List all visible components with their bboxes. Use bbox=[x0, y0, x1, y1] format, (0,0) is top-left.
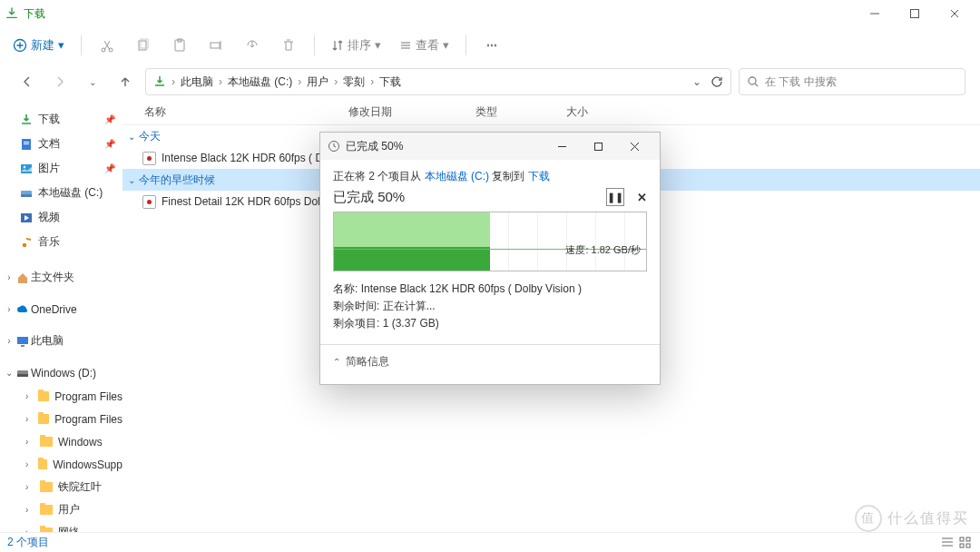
svg-point-18 bbox=[23, 242, 27, 247]
breadcrumb-seg[interactable]: 本地磁盘 (C:) bbox=[228, 74, 292, 90]
sidebar-item-label: 铁院红叶 bbox=[58, 479, 102, 495]
sidebar-item-drive-d[interactable]: ⌄Windows (D:) bbox=[0, 360, 122, 385]
rename-button[interactable] bbox=[200, 31, 232, 60]
breadcrumb-seg[interactable]: 此电脑 bbox=[181, 74, 213, 90]
icons-view-button[interactable] bbox=[958, 536, 973, 550]
dialog-close-button[interactable] bbox=[616, 133, 652, 160]
svg-rect-23 bbox=[960, 537, 964, 541]
sort-button[interactable]: 排序 ▾ bbox=[324, 34, 388, 57]
dialog-info: 名称: Intense Black 12K HDR 60fps ( Dolby … bbox=[333, 281, 647, 333]
file-name: Finest Detail 12K HDR 60fps Dolby Vi bbox=[162, 195, 344, 208]
download-icon bbox=[5, 7, 18, 20]
column-headers[interactable]: 名称 修改日期 类型 大小 bbox=[122, 100, 980, 125]
sidebar-item-pictures[interactable]: 图片📌 bbox=[0, 156, 122, 181]
pin-icon: 📌 bbox=[104, 114, 115, 124]
toggle-details-button[interactable]: ⌃ 简略信息 bbox=[333, 345, 647, 370]
svg-rect-20 bbox=[21, 345, 24, 347]
close-button[interactable] bbox=[935, 0, 975, 27]
copy-button[interactable] bbox=[127, 31, 160, 60]
breadcrumb-seg[interactable]: 零刻 bbox=[343, 74, 365, 90]
new-button[interactable]: 新建 ▾ bbox=[5, 34, 72, 57]
share-button[interactable] bbox=[236, 31, 269, 60]
toolbar: 新建 ▾ 排序 ▾ 查看 ▾ ⋯ bbox=[0, 27, 980, 64]
speed-graph: 速度: 1.82 GB/秒 bbox=[333, 212, 647, 271]
speed-label: 速度: 1.82 GB/秒 bbox=[565, 243, 641, 257]
search-box[interactable]: 在 下载 中搜索 bbox=[739, 68, 965, 95]
sidebar-item-home[interactable]: ›主文件夹 bbox=[0, 265, 122, 290]
sidebar-item-drive-c[interactable]: 本地磁盘 (C:) bbox=[0, 181, 122, 205]
address-bar[interactable]: › 此电脑 › 本地磁盘 (C:) › 用户 › 零刻 › 下载 ⌄ bbox=[145, 68, 731, 95]
col-name[interactable]: 名称 bbox=[144, 104, 348, 120]
sidebar-subfolder[interactable]: ›Program Files bbox=[0, 385, 122, 408]
sidebar-item-label: OneDrive bbox=[31, 303, 77, 316]
dialog-maximize-button[interactable] bbox=[580, 133, 616, 160]
dialog-body: 正在将 2 个项目从 本地磁盘 (C:) 复制到 下载 已完成 50% ❚❚ ✕… bbox=[320, 160, 660, 384]
address-row: ⌄ › 此电脑 › 本地磁盘 (C:) › 用户 › 零刻 › 下载 ⌄ 在 下… bbox=[0, 64, 980, 100]
separator bbox=[466, 35, 466, 55]
dst-link[interactable]: 下载 bbox=[528, 170, 550, 182]
maximize-button[interactable] bbox=[895, 0, 935, 27]
svg-rect-28 bbox=[594, 143, 602, 150]
col-type[interactable]: 类型 bbox=[475, 104, 566, 120]
sidebar-subfolder[interactable]: ›用户 bbox=[0, 498, 122, 521]
svg-rect-22 bbox=[17, 374, 28, 377]
separator bbox=[314, 35, 315, 55]
sidebar-item-onedrive[interactable]: ›OneDrive bbox=[0, 297, 122, 321]
pause-button[interactable]: ❚❚ bbox=[606, 188, 624, 206]
search-placeholder: 在 下载 中搜索 bbox=[765, 74, 837, 90]
breadcrumb-seg[interactable]: 用户 bbox=[307, 74, 328, 90]
back-button[interactable] bbox=[15, 69, 40, 94]
svg-point-9 bbox=[749, 77, 756, 84]
more-button[interactable]: ⋯ bbox=[475, 31, 508, 60]
minimize-button[interactable] bbox=[855, 0, 895, 27]
svg-rect-19 bbox=[17, 337, 28, 344]
sidebar-subfolder[interactable]: ›Program Files bbox=[0, 408, 122, 430]
svg-rect-11 bbox=[24, 142, 29, 143]
col-date[interactable]: 修改日期 bbox=[348, 104, 475, 120]
svg-rect-26 bbox=[966, 544, 970, 547]
sidebar-item-label: Program Files bbox=[54, 413, 122, 426]
dialog-minimize-button[interactable] bbox=[544, 133, 580, 160]
sidebar-item-videos[interactable]: 视频 bbox=[0, 205, 122, 230]
details-view-button[interactable] bbox=[940, 536, 955, 550]
sidebar-item-label: 网络 bbox=[58, 525, 80, 532]
file-icon bbox=[142, 152, 156, 165]
svg-rect-16 bbox=[21, 194, 32, 197]
sidebar-subfolder[interactable]: ›铁院红叶 bbox=[0, 476, 122, 498]
up-button[interactable] bbox=[113, 69, 138, 94]
view-button[interactable]: 查看 ▾ bbox=[392, 34, 456, 57]
sidebar-item-thispc[interactable]: ›此电脑 bbox=[0, 329, 122, 353]
new-label: 新建 bbox=[31, 37, 54, 54]
breadcrumb-sep: › bbox=[370, 75, 374, 88]
dialog-title: 已完成 50% bbox=[346, 139, 403, 154]
src-link[interactable]: 本地磁盘 (C:) bbox=[425, 170, 489, 182]
chevron-down-icon: ▾ bbox=[375, 38, 381, 52]
sidebar-subfolder[interactable]: ›WindowsSupp bbox=[0, 453, 122, 476]
paste-button[interactable] bbox=[163, 31, 196, 60]
svg-rect-24 bbox=[966, 537, 970, 541]
folder-icon bbox=[40, 505, 53, 515]
sidebar-subfolder[interactable]: ›网络 bbox=[0, 521, 122, 532]
sidebar-item-label: 主文件夹 bbox=[31, 270, 74, 285]
sidebar-item-music[interactable]: 音乐 bbox=[0, 230, 122, 254]
search-icon bbox=[747, 75, 760, 88]
group-label: 今年的早些时候 bbox=[139, 172, 215, 188]
remain-items: 1 (3.37 GB) bbox=[383, 317, 439, 330]
window-controls bbox=[855, 0, 975, 27]
forward-button[interactable] bbox=[47, 69, 73, 94]
recent-button[interactable]: ⌄ bbox=[80, 69, 105, 94]
delete-button[interactable] bbox=[272, 31, 305, 60]
refresh-button[interactable] bbox=[710, 75, 723, 88]
cut-button[interactable] bbox=[91, 31, 123, 60]
sidebar-item-label: 图片 bbox=[38, 161, 60, 176]
sidebar-item-label: 视频 bbox=[38, 210, 60, 225]
breadcrumb-sep: › bbox=[172, 75, 175, 88]
sidebar-subfolder[interactable]: ›Windows bbox=[0, 430, 122, 453]
col-size[interactable]: 大小 bbox=[566, 104, 639, 120]
chevron-down-icon[interactable]: ⌄ bbox=[692, 75, 701, 88]
download-icon bbox=[153, 75, 166, 88]
sidebar-item-documents[interactable]: 文档📌 bbox=[0, 132, 122, 156]
cancel-button[interactable]: ✕ bbox=[637, 191, 647, 204]
sidebar-item-downloads[interactable]: 下载📌 bbox=[0, 107, 122, 132]
breadcrumb-seg[interactable]: 下载 bbox=[379, 74, 401, 90]
